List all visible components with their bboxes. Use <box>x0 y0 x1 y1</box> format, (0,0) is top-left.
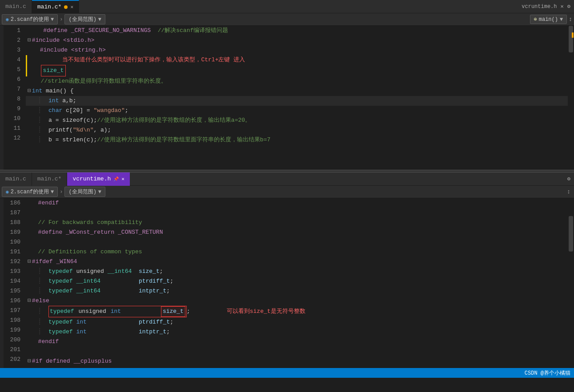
yellow-bar-4 <box>26 55 27 65</box>
bfold-202[interactable]: ⊟ <box>28 356 31 366</box>
b198-semi: ; <box>170 317 173 327</box>
code-line-6: //strlen函数是得到字符数组里字符串的长度。 <box>26 76 568 86</box>
btab-vcruntime-close[interactable]: ✕ <box>121 176 124 182</box>
btab-settings-icon[interactable]: ⚙ <box>567 176 570 182</box>
b-breadcrumb-project-label: 2.scanf的使用 <box>11 188 49 196</box>
btab-main-c-star[interactable]: main.c* <box>32 172 68 186</box>
l9-indent: ┊ <box>31 106 48 116</box>
b198-sp1 <box>73 317 76 327</box>
l4-space <box>35 55 62 65</box>
l9-semi: ; <box>125 106 128 116</box>
breadcrumb-scope[interactable]: (全局范围) ▼ <box>64 14 105 24</box>
l1-space <box>28 26 41 36</box>
code-line-7: ⊟ int main() { <box>26 86 568 96</box>
l11-rest: , a); <box>93 125 111 135</box>
b194-spaces <box>100 276 139 286</box>
b189-space <box>31 228 38 237</box>
b193-indent: ┊ <box>31 267 48 276</box>
b200-endif: #endif <box>38 337 59 347</box>
b188-cmt: // For backwards compatibility <box>38 218 142 228</box>
bvscroll-thumb[interactable] <box>569 216 573 252</box>
settings-icon[interactable]: ⚙ <box>567 3 570 10</box>
bottom-vscroll[interactable] <box>568 198 574 368</box>
b186-space <box>31 198 38 208</box>
fold-7[interactable]: ⊟ <box>28 86 31 96</box>
btab-main-c[interactable]: main.c <box>0 172 32 186</box>
b194-ptrdiff: ptrdiff_t <box>139 276 170 286</box>
l7-int: int <box>32 86 42 96</box>
top-vscroll[interactable] <box>568 26 574 170</box>
b192-ifdef: #ifdef _WIN64 <box>32 257 77 267</box>
bln-192: 192 <box>5 257 20 267</box>
bcode-line-186: #endif <box>26 198 568 208</box>
top-tab-bar: main.c main.c* ✕ vcruntime.h ✕ ⚙ <box>0 0 574 13</box>
bcode-line-198: ┊ typedef int ptrdiff_t ; <box>26 317 568 327</box>
left-activity-bar <box>0 26 4 170</box>
b199-typedef: typedef <box>48 327 73 337</box>
expand-icon[interactable]: ↕ <box>569 16 572 23</box>
bottom-breadcrumb-bar: ◉ 2.scanf的使用 ▼ › (全局范围) ▼ ↕ <box>0 186 574 198</box>
tab-main-c-label: main.c <box>5 3 26 10</box>
btab-vcruntime-label: vcruntime.h <box>72 176 111 182</box>
b-scope-dropdown: ▼ <box>98 189 101 195</box>
breadcrumb-func[interactable]: ⊕ main() ▼ <box>530 15 567 24</box>
vcruntime-close[interactable]: ✕ <box>561 3 564 10</box>
b199-semi: ; <box>166 327 170 337</box>
l8-indent: ┊ <box>31 96 48 106</box>
b-expand-icon[interactable]: ↕ <box>565 188 572 195</box>
ln-11: 11 <box>5 124 20 133</box>
breadcrumb-project[interactable]: ◉ 2.scanf的使用 ▼ <box>2 14 58 24</box>
b197-semi: ; <box>187 307 190 316</box>
breadcrumb-scope-label: (全局范围) <box>68 16 96 23</box>
tab-main-c-star[interactable]: main.c* ✕ <box>32 0 79 13</box>
bln-195: 195 <box>5 286 20 296</box>
btab-main-c-label: main.c <box>5 176 26 182</box>
l5-sizet: size_t <box>41 65 66 76</box>
top-code-content[interactable]: #define _CRT_SECURE_NO_WARNINGS //解决scan… <box>26 26 568 170</box>
b190-empty <box>28 237 31 247</box>
b193-spaces <box>132 267 139 276</box>
status-csdn: CSDN @养个小橘猫 <box>525 369 570 377</box>
fold-2[interactable]: ⊟ <box>28 36 31 45</box>
tab-close-icon[interactable]: ✕ <box>70 4 73 10</box>
bfold-192[interactable]: ⊟ <box>28 257 31 267</box>
b197-spaces <box>122 307 160 316</box>
top-line-numbers: 1 2 3 4 5 6 7 8 9 10 11 12 <box>4 26 26 170</box>
b198-int: int <box>76 317 86 327</box>
l11-indent: ┊ <box>31 125 48 135</box>
vcruntime-tab-label: vcruntime.h <box>522 4 557 10</box>
bcode-line-202: ⊟ #if defined __cplusplus <box>26 356 568 366</box>
vscroll-thumb[interactable] <box>569 26 573 52</box>
b-breadcrumb-right: ↕ <box>565 188 572 195</box>
ln-12: 12 <box>5 133 20 143</box>
func-icon: ⊕ <box>534 16 537 23</box>
bln-197: 197 <box>5 306 20 316</box>
bcode-line-195: ┊ typedef __int64 intptr_t ; <box>26 286 568 296</box>
b197-sp1: unsigned <box>75 307 110 316</box>
btab-vcruntime[interactable]: vcruntime.h 📌 ✕ <box>67 172 129 186</box>
bottom-code-content[interactable]: #endif // For backwards compatibility #d… <box>26 198 568 368</box>
ln-4: 4 <box>5 55 20 65</box>
bln-198: 198 <box>5 316 20 325</box>
bln-186: 186 <box>5 198 20 208</box>
b197-sizet-box: size_t <box>161 306 185 317</box>
b194-int64: __int64 <box>76 276 100 286</box>
bfold-196[interactable]: ⊟ <box>28 296 31 306</box>
project-icon: ◉ <box>6 16 9 22</box>
b199-spaces <box>87 327 139 337</box>
ln-6: 6 <box>5 75 20 84</box>
b-breadcrumb-project[interactable]: ◉ 2.scanf的使用 ▼ <box>2 187 58 197</box>
bln-191: 191 <box>5 247 20 257</box>
bcode-line-187 <box>26 208 568 218</box>
l9-char: char <box>48 106 62 116</box>
b195-indent: ┊ <box>31 286 48 296</box>
bcode-line-197: ┊ typedef unsigned int size_t ; 可以看到size… <box>26 306 568 317</box>
ln-1: 1 <box>5 26 20 36</box>
b-breadcrumb-scope[interactable]: (全局范围) ▼ <box>64 187 105 197</box>
b202-if: #if defined __cplusplus <box>32 356 112 366</box>
code-line-8: ┊ int a,b; <box>26 96 568 106</box>
tab-main-c[interactable]: main.c <box>0 0 32 13</box>
b193-unsigned: unsigned <box>73 267 108 276</box>
b187-empty <box>28 208 31 218</box>
bln-200: 200 <box>5 335 20 345</box>
